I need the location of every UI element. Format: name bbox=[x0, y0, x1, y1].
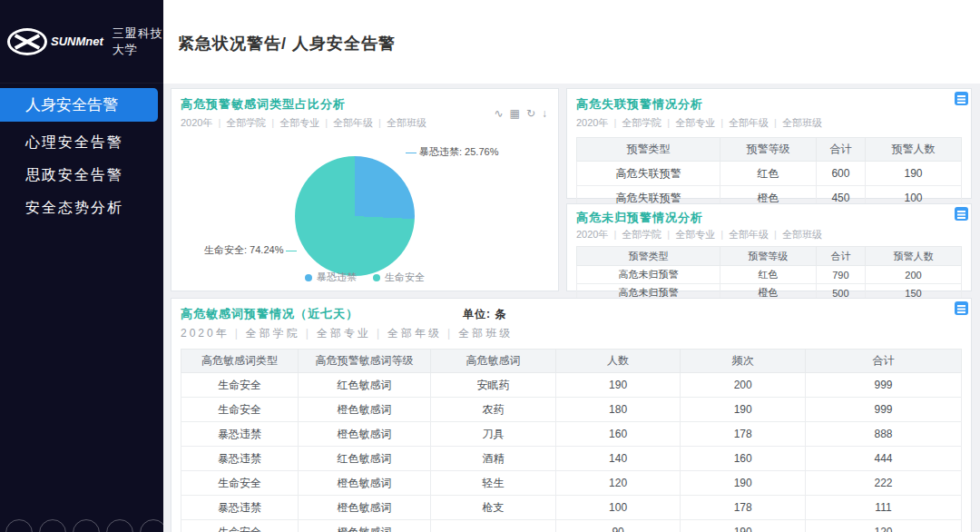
table-cell: 160 bbox=[555, 422, 681, 447]
sidebar-item[interactable]: 人身安全告警 bbox=[0, 88, 158, 122]
filter-item[interactable]: 全部学院 bbox=[246, 327, 300, 340]
menu-icon[interactable] bbox=[955, 301, 968, 315]
table-row: 暴恐违禁橙色敏感词刀具160178888 bbox=[181, 422, 962, 447]
filter-separator: | bbox=[377, 327, 382, 340]
download-icon[interactable]: ↓ bbox=[542, 107, 547, 120]
filter-separator: | bbox=[325, 117, 328, 128]
table-cell: 安眠药 bbox=[431, 373, 556, 398]
filter-item[interactable]: 2020年 bbox=[181, 327, 230, 340]
table-cell: 190 bbox=[681, 520, 806, 532]
table-cell: 橙色敏感词 bbox=[299, 520, 431, 532]
table-cell bbox=[431, 520, 556, 532]
table-icon[interactable]: ▦ bbox=[510, 107, 520, 120]
column-header: 合计 bbox=[805, 350, 961, 373]
filter-item[interactable]: 全部班级 bbox=[782, 117, 822, 128]
filter-item[interactable]: 全部年级 bbox=[333, 117, 373, 128]
filter-separator: | bbox=[613, 117, 616, 128]
legend-label: 暴恐违禁 bbox=[317, 271, 357, 282]
table-cell: 790 bbox=[816, 266, 865, 284]
table-cell: 190 bbox=[865, 162, 961, 186]
legend-item[interactable]: 生命安全 bbox=[373, 271, 425, 282]
table-row: 高危失联预警红色600190 bbox=[577, 162, 962, 186]
decoration-circles bbox=[5, 519, 163, 532]
table-cell: 178 bbox=[681, 422, 806, 447]
filter-item[interactable]: 全部年级 bbox=[729, 229, 769, 240]
table-cell: 高危未归预警 bbox=[577, 266, 720, 284]
filter-separator: | bbox=[218, 117, 220, 128]
table-cell: 222 bbox=[805, 471, 961, 496]
filter-item[interactable]: 全部专业 bbox=[675, 229, 715, 240]
table-cell: 178 bbox=[681, 496, 806, 520]
column-header: 预警等级 bbox=[720, 138, 816, 162]
table-cell: 160 bbox=[681, 447, 806, 471]
table-cell: 90 bbox=[555, 520, 681, 532]
notreturn-panel-title: 高危未归预警情况分析 bbox=[576, 210, 962, 226]
table-row: 生命安全橙色敏感词农药180190999 bbox=[181, 398, 962, 422]
table-cell: 枪支 bbox=[431, 496, 556, 520]
table-cell: 红色 bbox=[720, 162, 816, 186]
sidebar-item[interactable]: 安全态势分析 bbox=[0, 192, 163, 224]
pie-legend: 暴恐违禁生命安全 bbox=[172, 271, 558, 284]
filter-item[interactable]: 全部专业 bbox=[675, 117, 715, 128]
pie-chart[interactable] bbox=[295, 156, 415, 276]
sunmnet-logo-icon bbox=[7, 28, 47, 55]
table-cell: 酒精 bbox=[431, 447, 556, 471]
table-cell: 农药 bbox=[431, 398, 556, 422]
table-cell: 橙色敏感词 bbox=[299, 398, 431, 422]
menu-icon[interactable] bbox=[955, 92, 968, 105]
filter-separator: | bbox=[613, 229, 616, 240]
table-cell: 888 bbox=[805, 422, 961, 447]
menu-icon[interactable] bbox=[955, 207, 968, 221]
filter-separator: | bbox=[774, 117, 777, 128]
column-header: 高危预警敏感词等级 bbox=[299, 350, 431, 373]
filter-item[interactable]: 2020年 bbox=[576, 117, 608, 128]
filter-item[interactable]: 2020年 bbox=[181, 117, 212, 128]
column-header: 预警等级 bbox=[720, 247, 816, 266]
legend-item[interactable]: 暴恐违禁 bbox=[305, 271, 357, 282]
column-header: 预警人数 bbox=[865, 138, 961, 162]
filter-item[interactable]: 全部班级 bbox=[458, 327, 513, 340]
filter-item[interactable]: 2020年 bbox=[576, 229, 608, 240]
filter-separator: | bbox=[447, 327, 453, 340]
notreturn-panel-filters: 2020年|全部学院|全部专业|全部年级|全部班级 bbox=[576, 228, 962, 241]
table-cell: 橙色敏感词 bbox=[299, 496, 431, 520]
legend-label: 生命安全 bbox=[385, 271, 425, 282]
topbar: 紧急状况警告/ 人身安全告警 bbox=[163, 0, 980, 84]
table-cell: 999 bbox=[805, 398, 961, 422]
logo-university: 三盟科技大学 bbox=[113, 25, 163, 58]
filter-item[interactable]: 全部学院 bbox=[622, 117, 662, 128]
table-cell: 200 bbox=[865, 266, 961, 284]
filter-item[interactable]: 全部班级 bbox=[782, 229, 822, 240]
filter-item[interactable]: 全部年级 bbox=[729, 117, 769, 128]
column-header: 合计 bbox=[816, 138, 865, 162]
keywords-panel-filters: 2020年|全部学院|全部专业|全部年级|全部班级 bbox=[181, 326, 962, 341]
missing-panel-filters: 2020年|全部学院|全部专业|全部年级|全部班级 bbox=[576, 116, 962, 130]
refresh-icon[interactable]: ↻ bbox=[526, 107, 535, 120]
table-cell: 444 bbox=[805, 447, 961, 471]
filter-separator: | bbox=[720, 117, 723, 128]
filter-item[interactable]: 全部年级 bbox=[387, 327, 442, 340]
table-cell: 120 bbox=[555, 471, 681, 496]
filter-item[interactable]: 全部学院 bbox=[622, 229, 662, 240]
table-cell: 120 bbox=[805, 520, 961, 532]
filter-item[interactable]: 全部班级 bbox=[387, 117, 426, 128]
table-row: 生命安全橙色敏感词轻生120190222 bbox=[181, 471, 962, 496]
sidebar-item[interactable]: 心理安全告警 bbox=[0, 126, 163, 159]
table-cell: 190 bbox=[681, 398, 806, 422]
table-cell: 600 bbox=[816, 162, 865, 186]
line-chart-icon[interactable]: ∿ bbox=[495, 107, 504, 120]
table-cell: 生命安全 bbox=[181, 520, 299, 532]
table-cell: 100 bbox=[555, 496, 681, 520]
filter-item[interactable]: 全部专业 bbox=[279, 117, 319, 128]
filter-item[interactable]: 全部专业 bbox=[317, 327, 371, 340]
notreturn-panel: 高危未归预警情况分析 2020年|全部学院|全部专业|全部年级|全部班级 预警类… bbox=[566, 203, 972, 291]
logo: SUNMnet 三盟科技大学 bbox=[0, 0, 163, 84]
table-row: 生命安全橙色敏感词90190120 bbox=[181, 520, 962, 532]
table-cell: 999 bbox=[805, 373, 961, 398]
table-cell: 111 bbox=[805, 496, 961, 520]
table-cell: 红色 bbox=[720, 266, 816, 284]
filter-item[interactable]: 全部学院 bbox=[226, 117, 266, 128]
legend-dot bbox=[373, 274, 380, 281]
table-row: 暴恐违禁红色敏感词酒精140160444 bbox=[181, 447, 962, 471]
sidebar-item[interactable]: 思政安全告警 bbox=[0, 159, 163, 192]
